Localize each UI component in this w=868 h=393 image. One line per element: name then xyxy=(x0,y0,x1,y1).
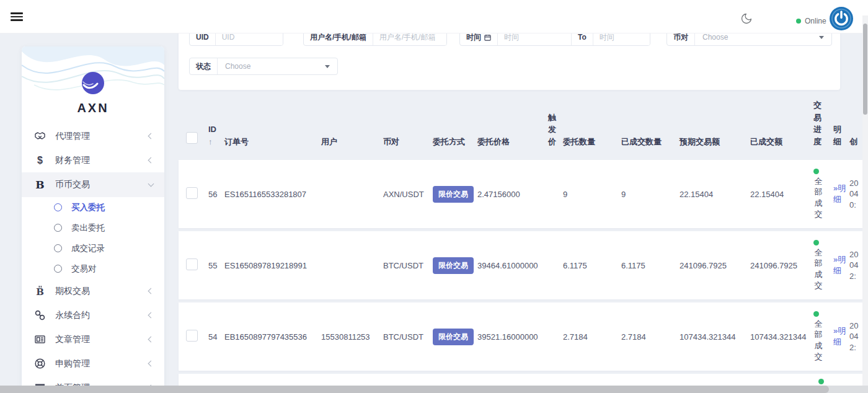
cell-amount: 2.7184 xyxy=(563,332,621,342)
sidebar-subitem-trade-records[interactable]: 成交记录 xyxy=(22,238,164,258)
brand-sphere-icon xyxy=(81,71,105,95)
handshake-icon xyxy=(34,130,46,142)
svg-text:B: B xyxy=(35,179,44,191)
sidebar-item-spot-trading[interactable]: B 币币交易 xyxy=(22,172,164,197)
sidebar-subitem-label: 买入委托 xyxy=(71,202,105,213)
cell-id: 54 xyxy=(208,332,224,342)
sort-ascending-icon: ↑ xyxy=(208,137,213,146)
sidebar-subitem-buy-orders[interactable]: 买入委托 xyxy=(22,197,164,218)
cell-dealt-total: 107434.321344 xyxy=(750,332,813,342)
sidebar-item-label: 代理管理 xyxy=(55,131,149,142)
vertical-scrollbar-thumb[interactable] xyxy=(863,24,867,115)
radio-circle-icon xyxy=(54,224,62,232)
status-filter-group: 状态 Choose xyxy=(189,58,338,75)
cell-order-no: EB1650897797435536 xyxy=(224,332,321,342)
column-header-progress: 交易进度 xyxy=(813,99,833,148)
chevron-left-icon xyxy=(148,157,154,164)
column-header-id[interactable]: ID ↑ xyxy=(208,123,224,148)
status-dot-icon xyxy=(813,311,819,317)
sidebar-item-article-management[interactable]: 文章管理 xyxy=(22,327,164,351)
progress-text: 全部成交 xyxy=(813,247,823,291)
cell-amount: 9 xyxy=(563,190,621,199)
sidebar-subitem-label: 交易对 xyxy=(71,263,97,275)
svg-text:$: $ xyxy=(37,155,43,166)
sidebar-subitem-label: 成交记录 xyxy=(71,243,105,254)
lifebuoy-icon xyxy=(34,358,46,369)
user-avatar[interactable] xyxy=(830,7,853,30)
online-label: Online xyxy=(805,17,826,25)
column-header-amount: 委托数量 xyxy=(563,136,621,148)
cell-price: 39521.16000000 xyxy=(477,332,548,342)
dark-mode-toggle[interactable] xyxy=(740,12,753,25)
row-checkbox[interactable] xyxy=(186,187,198,199)
cell-progress: 全部成交 xyxy=(813,169,833,219)
column-header-detail: 明细 xyxy=(833,123,849,148)
cell-filled-amount: 2.7184 xyxy=(621,332,680,342)
table-row: 55 ES1650897819218991 BTC/USDT 限价交易 3946… xyxy=(179,231,868,299)
cell-pair: AXN/USDT xyxy=(383,190,433,199)
cell-expected-total: 22.15404 xyxy=(680,190,750,199)
sidebar-item-label: 永续合约 xyxy=(55,310,149,321)
cell-id: 55 xyxy=(208,261,224,270)
cell-expected-total: 241096.7925 xyxy=(680,261,750,270)
sidebar-item-agent-management[interactable]: 代理管理 xyxy=(22,124,164,148)
cell-progress: 全部成交 xyxy=(813,311,833,362)
detail-link[interactable]: »明细 xyxy=(833,325,843,347)
cell-order-no: ES1650897819218991 xyxy=(224,261,321,270)
sidebar-item-options-trading[interactable]: B 期权交易 xyxy=(22,279,164,303)
limit-order-badge: 限价交易 xyxy=(433,257,474,274)
column-header-method: 委托方式 xyxy=(433,136,477,148)
column-header-user: 用户 xyxy=(321,136,383,148)
sidebar-item-finance-management[interactable]: $ 财务管理 xyxy=(22,148,164,172)
sidebar-item-label: 期权交易 xyxy=(55,286,149,297)
horizontal-scrollbar[interactable] xyxy=(0,386,868,393)
online-dot-icon xyxy=(796,19,801,24)
sidebar-item-label: 币币交易 xyxy=(55,179,149,190)
brand-logo xyxy=(81,71,105,95)
progress-text: 全部成交 xyxy=(813,176,823,219)
select-all-checkbox[interactable] xyxy=(186,132,198,144)
sidebar-item-perpetual-contracts[interactable]: 永续合约 xyxy=(22,303,164,327)
radio-circle-icon xyxy=(54,244,62,252)
cell-order-no: ES1651165533281807 xyxy=(224,190,321,199)
status-dot-icon xyxy=(813,169,819,174)
vertical-scrollbar[interactable] xyxy=(862,15,868,393)
hamburger-menu-icon[interactable] xyxy=(11,12,23,21)
sidebar-subitem-label: 卖出委托 xyxy=(71,223,105,234)
chevron-left-icon xyxy=(148,288,154,294)
cell-dealt-total: 22.15404 xyxy=(750,190,813,199)
top-bar: Online xyxy=(0,0,868,33)
cell-progress: 全部成交 xyxy=(813,240,833,291)
svg-text:B: B xyxy=(36,286,44,298)
power-logo-icon xyxy=(830,7,853,30)
sidebar-item-subscription-management[interactable]: 申购管理 xyxy=(22,351,164,376)
cell-pair: BTC/USDT xyxy=(383,332,433,342)
coin-b-icon: B xyxy=(34,179,46,191)
column-header-expected-total: 预期交易额 xyxy=(680,136,750,148)
sidebar-subitem-trading-pairs[interactable]: 交易对 xyxy=(22,258,164,279)
sidebar-item-label: 文章管理 xyxy=(55,334,149,345)
table-header-row: ID ↑ 订单号 用户 币对 委托方式 委托价格 触发价 委托数量 已成交数量 … xyxy=(179,99,868,149)
status-dot-icon xyxy=(813,240,819,245)
cell-filled-amount: 6.1175 xyxy=(621,261,680,270)
sidebar: AXN 代理管理 $ 财务管理 xyxy=(22,46,164,393)
sidebar-item-label: 申购管理 xyxy=(55,358,149,369)
row-checkbox[interactable] xyxy=(186,258,198,270)
cell-price: 2.47156000 xyxy=(477,190,548,199)
limit-order-badge: 限价交易 xyxy=(433,186,474,203)
status-select-value: Choose xyxy=(225,62,250,71)
radio-circle-icon xyxy=(54,203,62,211)
cell-amount: 6.1175 xyxy=(563,261,621,270)
horizontal-scrollbar-thumb[interactable] xyxy=(0,386,829,393)
detail-link[interactable]: »明细 xyxy=(833,254,843,276)
sidebar-subitem-sell-orders[interactable]: 卖出委托 xyxy=(22,218,164,238)
cell-expected-total: 107434.321344 xyxy=(680,332,750,342)
admin-app: Online AXN xyxy=(0,0,868,393)
status-select[interactable]: Choose xyxy=(218,58,337,74)
chevron-left-icon xyxy=(148,133,154,139)
pair-select-value: Choose xyxy=(702,33,728,42)
detail-link[interactable]: »明细 xyxy=(833,183,843,205)
chain-link-icon xyxy=(34,309,46,321)
row-checkbox[interactable] xyxy=(186,330,198,342)
column-header-trigger-price: 触发价 xyxy=(548,112,563,148)
